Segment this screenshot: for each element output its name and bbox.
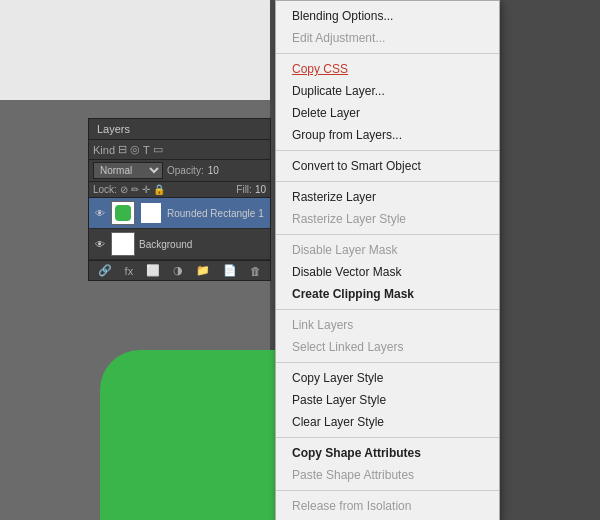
text-icon: T [143,144,150,156]
menu-item-clear-layer-style[interactable]: Clear Layer Style [276,411,499,433]
shape-icon: ▭ [153,143,163,156]
layer-name-rounded-rect: Rounded Rectangle 1 [167,208,266,219]
layer-item-rounded-rect[interactable]: 👁 Rounded Rectangle 1 [89,198,270,229]
menu-item-copy-shape-attributes[interactable]: Copy Shape Attributes [276,442,499,464]
menu-item-disable-vector-mask[interactable]: Disable Vector Mask [276,261,499,283]
filter-icon: ⊟ [118,143,127,156]
canvas-white-region [0,0,270,100]
menu-item-disable-layer-mask: Disable Layer Mask [276,239,499,261]
menu-item-duplicate-layer[interactable]: Duplicate Layer... [276,80,499,102]
layers-toolbar: Kind ⊟ ◎ T ▭ [89,140,270,160]
kind-label: Kind [93,144,115,156]
layers-title-bar: Layers [89,119,270,140]
fill-value: 10 [255,184,266,195]
menu-item-copy-layer-style[interactable]: Copy Layer Style [276,367,499,389]
menu-item-convert-smart-object[interactable]: Convert to Smart Object [276,155,499,177]
layer-thumbnail-background [111,232,135,256]
layers-bottom-toolbar: 🔗 fx ⬜ ◑ 📁 📄 🗑 [89,260,270,280]
group-icon[interactable]: 📁 [196,264,210,277]
lock-all-icon: 🔒 [153,184,165,195]
menu-item-delete-layer[interactable]: Delete Layer [276,102,499,124]
menu-item-link-layers: Link Layers [276,314,499,336]
lock-icons: ⊘ ✏ ✛ 🔒 [120,184,165,195]
opacity-label: Opacity: [167,165,204,176]
menu-separator-5 [276,150,499,151]
menu-separator-16 [276,437,499,438]
layer-effects-icon[interactable]: fx [125,265,134,277]
layer-visibility-eye[interactable]: 👁 [93,206,107,220]
lock-transparent-icon: ⊘ [120,184,128,195]
menu-separator-8 [276,234,499,235]
layer-mask-thumbnail [139,201,163,225]
menu-separator-6 [276,181,499,182]
blend-mode-select[interactable]: Normal [93,162,163,179]
menu-item-rasterize-layer[interactable]: Rasterize Layer [276,186,499,208]
menu-separator-13 [276,362,499,363]
menu-separator-1 [276,53,499,54]
menu-item-paste-shape-attributes: Paste Shape Attributes [276,464,499,486]
menu-item-create-clipping-mask[interactable]: Create Clipping Mask [276,283,499,305]
lock-label: Lock: [93,184,117,195]
layer-item-background[interactable]: 👁 Background [89,229,270,260]
layers-title: Layers [97,123,130,135]
delete-layer-icon[interactable]: 🗑 [250,265,261,277]
menu-item-edit-adjustment: Edit Adjustment... [276,27,499,49]
layers-blend-row: Normal Opacity: 10 [89,160,270,182]
layers-panel: Layers Kind ⊟ ◎ T ▭ Normal Opacity: 10 L… [88,118,271,281]
adjustment-layer-icon[interactable]: ◑ [173,264,183,277]
menu-item-group-from-layers[interactable]: Group from Layers... [276,124,499,146]
layer-thumbnail-rounded-rect [111,201,135,225]
menu-item-select-linked-layers: Select Linked Layers [276,336,499,358]
adjust-icon: ◎ [130,143,140,156]
lock-image-icon: ✏ [131,184,139,195]
menu-item-blending-options[interactable]: Blending Options... [276,5,499,27]
layer-visibility-eye-bg[interactable]: 👁 [93,237,107,251]
new-layer-icon[interactable]: 📄 [223,264,237,277]
menu-separator-18 [276,490,499,491]
lock-position-icon: ✛ [142,184,150,195]
menu-item-paste-layer-style[interactable]: Paste Layer Style [276,389,499,411]
layer-name-background: Background [139,239,266,250]
context-menu: Blending Options...Edit Adjustment...Cop… [275,0,500,520]
fill-label: Fill: [236,184,252,195]
menu-separator-11 [276,309,499,310]
link-layers-icon[interactable]: 🔗 [98,264,112,277]
menu-item-copy-css[interactable]: Copy CSS [276,58,499,80]
layer-thumb-green-shape [115,205,131,221]
menu-item-rasterize-layer-style: Rasterize Layer Style [276,208,499,230]
menu-item-release-from-isolation: Release from Isolation [276,495,499,517]
layer-mask-icon[interactable]: ⬜ [146,264,160,277]
layers-lock-row: Lock: ⊘ ✏ ✛ 🔒 Fill: 10 [89,182,270,198]
opacity-value: 10 [208,165,219,176]
